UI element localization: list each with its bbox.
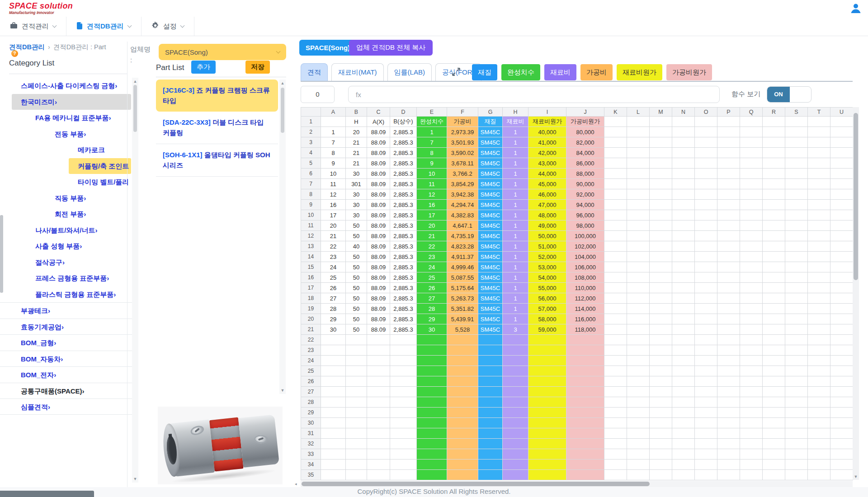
cell-M18[interactable] [650, 293, 672, 304]
cell-H29[interactable] [503, 408, 528, 418]
cell-F18[interactable]: 5,263.73 [447, 293, 478, 304]
cell-J18[interactable]: 112,000 [566, 293, 604, 304]
cell-F22[interactable] [447, 335, 478, 345]
cell-P27[interactable] [717, 387, 740, 397]
cell-R35[interactable] [763, 470, 785, 480]
cell-L35[interactable] [627, 470, 650, 480]
cell-M23[interactable] [650, 345, 672, 356]
cell-P17[interactable] [717, 283, 740, 293]
cell-S22[interactable] [785, 335, 808, 345]
row-header-22[interactable]: 22 [301, 335, 321, 345]
cell-R24[interactable] [763, 356, 785, 366]
cell-C14[interactable]: 88.09 [367, 252, 390, 262]
cell-T30[interactable] [808, 418, 830, 428]
cell-R23[interactable] [763, 345, 785, 356]
cell-E34[interactable] [417, 459, 447, 470]
row-header-20[interactable]: 20 [301, 314, 321, 324]
cell-O16[interactable] [695, 272, 717, 283]
cell-J7[interactable]: 90,000 [566, 179, 604, 189]
cell-C33[interactable] [367, 449, 390, 459]
legend-button-재료비원가[interactable]: 재료비원가 [617, 64, 662, 80]
cell-C34[interactable] [367, 459, 390, 470]
cell-S14[interactable] [785, 252, 808, 262]
cell-C1[interactable]: A(X) [367, 117, 390, 127]
cell-A26[interactable] [321, 376, 346, 387]
cell-M19[interactable] [650, 304, 672, 314]
cell-F13[interactable]: 4,823.28 [447, 241, 478, 252]
cell-I11[interactable]: 49,000 [528, 220, 566, 231]
cell-G27[interactable] [478, 387, 503, 397]
cell-M29[interactable] [650, 408, 672, 418]
cell-M25[interactable] [650, 366, 672, 376]
tab-견적[interactable]: 견적 [301, 63, 328, 81]
cell-P18[interactable] [717, 293, 740, 304]
cell-F10[interactable]: 4,382.83 [447, 210, 478, 220]
cell-B30[interactable] [346, 418, 367, 428]
cell-U8[interactable] [830, 189, 853, 200]
cell-F29[interactable] [447, 408, 478, 418]
cell-E9[interactable]: 16 [417, 200, 447, 210]
cell-P5[interactable] [717, 158, 740, 169]
cell-S17[interactable] [785, 283, 808, 293]
row-header-24[interactable]: 24 [301, 356, 321, 366]
legend-button-가공비[interactable]: 가공비 [580, 64, 613, 80]
cell-C8[interactable]: 88.09 [367, 189, 390, 200]
scrollbar-thumb[interactable] [302, 482, 650, 486]
cell-H34[interactable] [503, 459, 528, 470]
cell-H30[interactable] [503, 418, 528, 428]
cell-A10[interactable]: 17 [321, 210, 346, 220]
cell-B20[interactable]: 50 [346, 314, 367, 324]
cell-P25[interactable] [717, 366, 740, 376]
cell-K7[interactable] [604, 179, 627, 189]
cell-Q26[interactable] [740, 376, 763, 387]
cell-O19[interactable] [695, 304, 717, 314]
cell-J25[interactable] [566, 366, 604, 376]
cell-R11[interactable] [763, 220, 785, 231]
cell-J34[interactable] [566, 459, 604, 470]
cell-P22[interactable] [717, 335, 740, 345]
cell-Q25[interactable] [740, 366, 763, 376]
cell-O29[interactable] [695, 408, 717, 418]
cell-B19[interactable]: 50 [346, 304, 367, 314]
cell-R7[interactable] [763, 179, 785, 189]
cell-A15[interactable]: 24 [321, 262, 346, 272]
cell-S28[interactable] [785, 397, 808, 408]
category-item[interactable]: 전동 부품› [0, 126, 132, 142]
cell-L3[interactable] [627, 137, 650, 148]
cell-E24[interactable] [417, 356, 447, 366]
cell-L4[interactable] [627, 148, 650, 158]
cell-O31[interactable] [695, 428, 717, 439]
cell-J19[interactable]: 114,000 [566, 304, 604, 314]
cell-L7[interactable] [627, 179, 650, 189]
cell-D8[interactable]: 2,885.3 [390, 189, 417, 200]
cell-O34[interactable] [695, 459, 717, 470]
cell-H9[interactable]: 1 [503, 200, 528, 210]
cell-P7[interactable] [717, 179, 740, 189]
cell-D23[interactable] [390, 345, 417, 356]
cell-U6[interactable] [830, 169, 853, 179]
cell-N30[interactable] [672, 418, 695, 428]
cell-A25[interactable] [321, 366, 346, 376]
cell-E25[interactable] [417, 366, 447, 376]
cell-I7[interactable]: 45,000 [528, 179, 566, 189]
cell-G24[interactable] [478, 356, 503, 366]
cell-J14[interactable]: 104,000 [566, 252, 604, 262]
cell-E13[interactable]: 22 [417, 241, 447, 252]
cell-P35[interactable] [717, 470, 740, 480]
cell-J4[interactable]: 84,000 [566, 148, 604, 158]
cell-S13[interactable] [785, 241, 808, 252]
cell-R27[interactable] [763, 387, 785, 397]
category-item[interactable]: BOM_전자› [0, 366, 132, 383]
cell-N14[interactable] [672, 252, 695, 262]
cell-F26[interactable] [447, 376, 478, 387]
cell-U3[interactable] [830, 137, 853, 148]
cell-D21[interactable]: 2,885.3 [390, 324, 417, 335]
cell-L21[interactable] [627, 324, 650, 335]
cell-K4[interactable] [604, 148, 627, 158]
cell-D6[interactable]: 2,885.3 [390, 169, 417, 179]
column-header-L[interactable]: L [627, 108, 650, 117]
cell-H6[interactable]: 1 [503, 169, 528, 179]
cell-C15[interactable]: 88.09 [367, 262, 390, 272]
cell-D20[interactable]: 2,885.3 [390, 314, 417, 324]
cell-J12[interactable]: 100,000 [566, 231, 604, 241]
